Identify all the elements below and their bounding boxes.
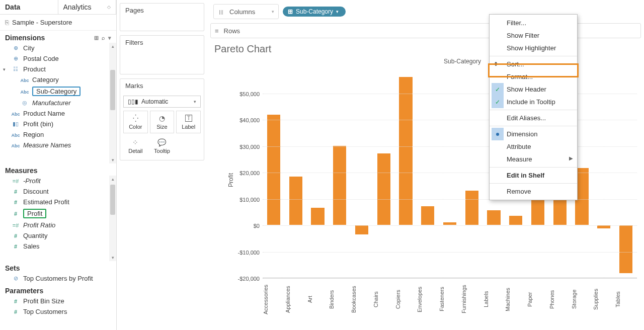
- columns-shelf[interactable]: ⫼ Columns ▾: [213, 4, 279, 19]
- scroll-down-icon[interactable]: ▾: [112, 156, 114, 163]
- calc-icon: =#: [11, 178, 20, 184]
- chevron-down-icon: ▾: [272, 9, 274, 14]
- y-tick-label: -$20,000: [238, 276, 260, 282]
- bar-labels[interactable]: [487, 210, 500, 225]
- dim-postal-code[interactable]: Postal Code: [0, 53, 116, 64]
- tooltip-icon: 💬: [157, 138, 166, 146]
- x-tick-label: Phones: [549, 278, 571, 323]
- meas-profit-ratio[interactable]: =#Profit Ratio: [0, 220, 116, 230]
- menu-show-highlighter[interactable]: Show Highlighter: [490, 42, 577, 54]
- bar-binders[interactable]: [333, 146, 346, 225]
- bar-bookcases[interactable]: [355, 225, 368, 234]
- dim-manufacturer[interactable]: ◎Manufacturer: [0, 98, 116, 108]
- menu-filter[interactable]: Filter...: [490, 17, 577, 29]
- marks-color[interactable]: ⁛Color: [123, 111, 148, 133]
- menu-include-tooltip[interactable]: ✓Include in Tooltip: [490, 96, 577, 108]
- marks-detail[interactable]: ⁘Detail: [123, 135, 148, 157]
- bar-copiers[interactable]: [399, 77, 412, 225]
- menu-edit-aliases[interactable]: Edit Aliases...: [490, 112, 577, 124]
- y-tick-label: $10,000: [239, 197, 260, 203]
- bar-furnishings[interactable]: [465, 191, 478, 225]
- x-tick-label: Fasteners: [439, 278, 461, 323]
- scroll-down-icon[interactable]: ▾: [112, 254, 114, 261]
- meas-quantity[interactable]: Quantity: [0, 230, 116, 241]
- bar-chairs[interactable]: [377, 153, 390, 225]
- view-as-icon[interactable]: ⊞: [94, 35, 99, 41]
- menu-remove[interactable]: Remove: [490, 185, 577, 198]
- dim-product-name[interactable]: Product Name: [0, 108, 116, 119]
- menu-show-header[interactable]: ✓Show Header: [490, 83, 577, 96]
- scroll-thumb[interactable]: [110, 70, 115, 110]
- scroll-thumb[interactable]: [110, 185, 115, 215]
- meas-neg-profit[interactable]: =#-Profit: [0, 176, 116, 186]
- marks-tooltip[interactable]: 💬Tooltip: [150, 135, 175, 157]
- param-bin-size[interactable]: Profit Bin Size: [0, 296, 116, 306]
- scroll-up-icon[interactable]: ▴: [112, 176, 114, 183]
- param-top-customers[interactable]: Top Customers: [0, 306, 116, 317]
- meas-estimated-profit[interactable]: Estimated Profit: [0, 197, 116, 207]
- chart-title[interactable]: Pareto Chart: [207, 40, 644, 58]
- x-tick-label: Copiers: [395, 278, 417, 323]
- hash-icon: [11, 233, 20, 239]
- set-top-customers[interactable]: Top Customers by Profit: [0, 273, 116, 284]
- set-icon: [11, 275, 20, 282]
- radio-icon: [492, 128, 504, 140]
- chart-area: Sub-Category Profit -$20,000-$10,000$0$1…: [207, 58, 644, 330]
- x-tick-label: Appliances: [285, 278, 307, 323]
- bar-envelopes[interactable]: [421, 206, 434, 225]
- rows-icon: ≡: [215, 27, 219, 35]
- sets-header: Sets: [5, 264, 20, 272]
- hash-icon: [11, 243, 20, 250]
- dim-region[interactable]: Region: [0, 129, 116, 140]
- menu-edit-in-shelf[interactable]: Edit in Shelf: [490, 169, 577, 182]
- menu-sort[interactable]: ⬍Sort...: [490, 58, 577, 70]
- menu-format[interactable]: Format...: [490, 70, 577, 83]
- dim-city[interactable]: City: [0, 43, 116, 53]
- marks-label[interactable]: 🅃Label: [176, 111, 201, 133]
- dim-category[interactable]: Category: [0, 74, 116, 85]
- bar-tables[interactable]: [619, 225, 632, 273]
- dim-profit-bin[interactable]: Profit (bin): [0, 119, 116, 129]
- meas-profit[interactable]: Profit: [0, 207, 116, 220]
- hash-icon: [11, 309, 20, 315]
- abc-icon: [20, 77, 29, 83]
- dimensions-scrollbar[interactable]: ▴ ▾: [109, 43, 116, 163]
- marks-size[interactable]: ◔Size: [150, 111, 175, 133]
- dim-product-folder[interactable]: ▾☷Product: [0, 64, 116, 74]
- chevron-down-icon: ▾: [336, 9, 339, 14]
- tab-data[interactable]: Data: [0, 0, 58, 14]
- dim-sub-category[interactable]: Sub-Category: [0, 85, 116, 98]
- dimensions-header: Dimensions: [5, 34, 45, 42]
- meas-discount[interactable]: Discount: [0, 186, 116, 197]
- menu-dimension[interactable]: Dimension: [490, 128, 577, 140]
- bin-icon: [11, 121, 20, 127]
- marks-type-dropdown[interactable]: ▯▯▮ Automatic ▾: [123, 96, 201, 108]
- plot-region[interactable]: -$20,000-$10,000$0$10,000$20,000$30,000$…: [263, 67, 637, 278]
- measures-scrollbar[interactable]: ▴ ▾: [109, 176, 116, 261]
- bar-appliances[interactable]: [289, 177, 302, 225]
- pages-shelf[interactable]: Pages: [120, 3, 204, 31]
- filters-shelf[interactable]: Filters: [120, 35, 204, 74]
- bar-machines[interactable]: [509, 216, 522, 225]
- dim-measure-names[interactable]: Measure Names: [0, 140, 116, 150]
- scroll-up-icon[interactable]: ▴: [112, 43, 114, 50]
- search-icon[interactable]: ⌕: [102, 35, 105, 41]
- bar-art[interactable]: [311, 208, 324, 225]
- x-tick-label: Accessories: [263, 278, 285, 323]
- tab-analytics[interactable]: Analytics◇: [58, 0, 117, 14]
- bar-fasteners[interactable]: [443, 222, 456, 225]
- x-tick-label: Storage: [571, 278, 593, 323]
- menu-measure[interactable]: Measure▶: [490, 153, 577, 166]
- check-icon: ✓: [492, 83, 504, 96]
- pill-sub-category[interactable]: ⊞ Sub-Category ▾: [283, 7, 346, 17]
- menu-caret-icon[interactable]: ▾: [108, 35, 111, 41]
- columns-icon: ⫼: [218, 8, 224, 16]
- x-tick-label: Furnishings: [461, 278, 483, 323]
- menu-show-filter[interactable]: Show Filter: [490, 29, 577, 42]
- meas-sales[interactable]: Sales: [0, 241, 116, 252]
- datasource-name: Sample - Superstore: [12, 19, 72, 26]
- globe-icon: [11, 55, 20, 62]
- datasource-row[interactable]: Sample - Superstore: [0, 15, 116, 31]
- menu-attribute[interactable]: Attribute: [490, 140, 577, 153]
- bar-accessories[interactable]: [267, 115, 280, 225]
